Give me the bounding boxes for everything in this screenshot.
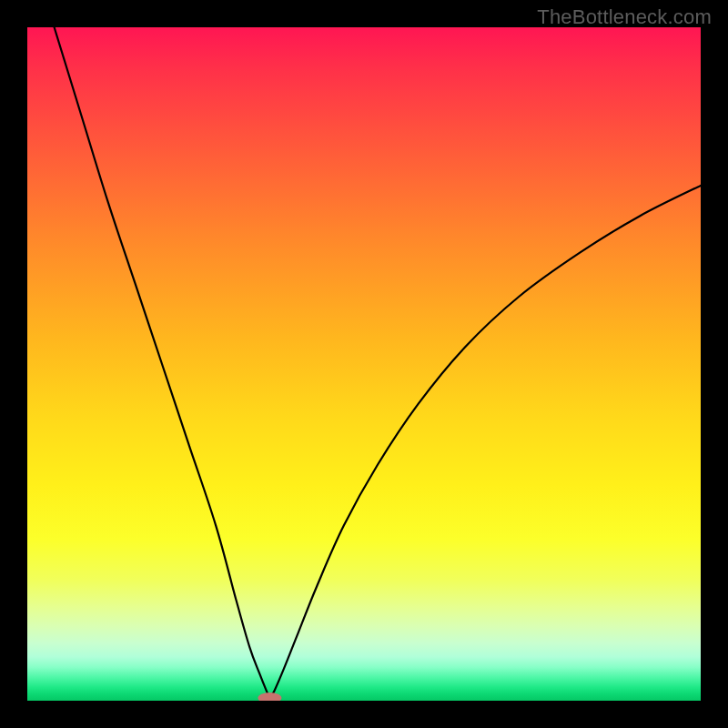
minimum-marker (258, 693, 281, 701)
curve-right-branch (269, 186, 701, 698)
plot-area (27, 27, 701, 701)
chart-canvas: TheBottleneck.com (0, 0, 728, 728)
watermark-text: TheBottleneck.com (537, 5, 712, 29)
curve-left-branch (55, 27, 270, 698)
curve-overlay (27, 27, 701, 701)
